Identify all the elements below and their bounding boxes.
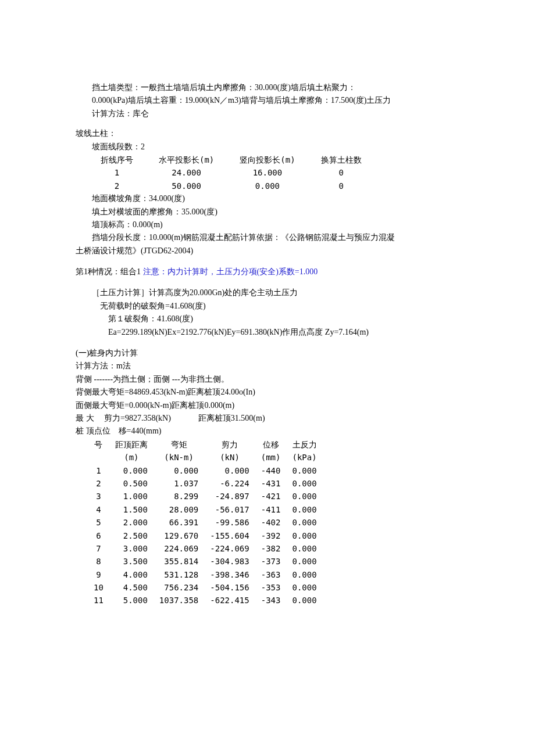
ep-line-2: 无荷载时的破裂角=41.608(度) bbox=[100, 300, 459, 313]
cell: 0.000 bbox=[286, 529, 322, 542]
cell: 0.000 bbox=[286, 490, 322, 503]
cell: 3.500 bbox=[109, 555, 154, 568]
cell: 224.069 bbox=[154, 542, 204, 555]
cell: 4.000 bbox=[109, 568, 154, 581]
cell: 2.500 bbox=[109, 529, 154, 542]
ep-line-4: Ea=2299.189(kN)Ex=2192.776(kN)Ey=691.380… bbox=[108, 326, 459, 339]
cell: 5 bbox=[88, 516, 109, 529]
cell: 4.500 bbox=[109, 581, 154, 594]
cell: 1.037 bbox=[154, 477, 204, 490]
cell: 3 bbox=[88, 490, 109, 503]
cell: 0 bbox=[308, 180, 374, 192]
results-row: 94.000531.128-398.346-3630.000 bbox=[88, 568, 323, 581]
cell: -622.415 bbox=[204, 594, 255, 607]
slope-extra-5: 土桥涵设计规范》(JTGD62-2004) bbox=[76, 245, 459, 257]
cell: -411 bbox=[255, 503, 287, 516]
cell: 11 bbox=[88, 594, 109, 607]
slope-extra-4: 挡墙分段长度：10.000(m)钢筋混凝土配筋计算依据：《公路钢筋混凝土与预应力… bbox=[92, 231, 459, 244]
case-1-prefix: 第1种情况：组合1 bbox=[76, 267, 141, 276]
cell: -392 bbox=[255, 529, 287, 542]
cell: 16.000 bbox=[227, 166, 308, 179]
cell: -224.069 bbox=[204, 542, 255, 555]
results-row: 10.0000.0000.000-4400.000 bbox=[88, 464, 323, 477]
cell: -398.346 bbox=[204, 568, 255, 581]
slope-row: 1 24.000 16.000 0 bbox=[88, 166, 374, 179]
cell: 0 bbox=[308, 166, 374, 179]
rh-4b: (kN) bbox=[204, 451, 255, 464]
rh-5b: (mm) bbox=[255, 451, 287, 464]
cell: -373 bbox=[255, 555, 287, 568]
rh-6b: (kPa) bbox=[286, 451, 322, 464]
cell: 756.234 bbox=[154, 581, 204, 594]
cell: -99.586 bbox=[204, 516, 255, 529]
calc-line-6: 最 大 剪力=9827.358(kN) 距离桩顶31.500(m) bbox=[76, 412, 459, 425]
cell: -504.156 bbox=[204, 581, 255, 594]
case-1-line: 第1种情况：组合1 注意：内力计算时，土压力分项(安全)系数=1.000 bbox=[76, 266, 459, 278]
slope-extra-1: 地面横坡角度：34.000(度) bbox=[92, 192, 459, 205]
slope-heading: 坡线土柱： bbox=[76, 127, 459, 140]
cell: 0.000 bbox=[286, 568, 322, 581]
cell: 0.500 bbox=[109, 477, 154, 490]
cell: -304.983 bbox=[204, 555, 255, 568]
cell: 66.391 bbox=[154, 516, 204, 529]
cell: 10 bbox=[88, 581, 109, 594]
cell: -343 bbox=[255, 594, 287, 607]
cell: 9 bbox=[88, 568, 109, 581]
calc-l6a: 最 大 剪力=9827.358(kN) bbox=[76, 414, 171, 422]
cell: 5.000 bbox=[109, 594, 154, 607]
cell: 0.000 bbox=[286, 555, 322, 568]
cell: -6.224 bbox=[204, 477, 255, 490]
cell: 1 bbox=[88, 166, 146, 179]
cell: 0.000 bbox=[286, 542, 322, 555]
slope-extra-2: 填土对横坡面的摩擦角：35.000(度) bbox=[92, 206, 459, 218]
results-row: 104.500756.234-504.156-3530.000 bbox=[88, 581, 323, 594]
cell: -440 bbox=[255, 464, 287, 477]
cell: 0.000 bbox=[109, 464, 154, 477]
results-row: 83.500355.814-304.983-3730.000 bbox=[88, 555, 323, 568]
results-row: 115.0001037.358-622.415-3430.000 bbox=[88, 594, 323, 607]
cell: 3.000 bbox=[109, 542, 154, 555]
results-table: 号 距顶距离 弯矩 剪力 位移 土反力 (m) (kN-m) (kN) (mm)… bbox=[88, 438, 323, 607]
calc-line-1: (一)桩身内力计算 bbox=[76, 347, 459, 360]
cell: 1 bbox=[88, 464, 109, 477]
cell: 2 bbox=[88, 477, 109, 490]
calc-line-3: 背侧 -------为挡土侧；面侧 ---为非挡土侧。 bbox=[76, 373, 459, 386]
slope-h2: 水平投影长(m) bbox=[146, 153, 227, 166]
cell: -402 bbox=[255, 516, 287, 529]
results-row: 73.000224.069-224.069-3820.000 bbox=[88, 542, 323, 555]
cell: 2 bbox=[88, 180, 146, 192]
calc-line-2: 计算方法：m法 bbox=[76, 360, 459, 372]
cell: 129.670 bbox=[154, 529, 204, 542]
cell: -155.604 bbox=[204, 529, 255, 542]
cell: 1037.358 bbox=[154, 594, 204, 607]
calc-l6b: 距离桩顶31.500(m) bbox=[198, 414, 265, 422]
results-header-row2: (m) (kN-m) (kN) (mm) (kPa) bbox=[88, 451, 323, 464]
cell: 355.814 bbox=[154, 555, 204, 568]
cell: 2.000 bbox=[109, 516, 154, 529]
cell: 7 bbox=[88, 542, 109, 555]
calc-line-7: 桩 顶点位 移=440(mm) bbox=[76, 425, 459, 438]
cell: -353 bbox=[255, 581, 287, 594]
results-row: 41.50028.009-56.017-4110.000 bbox=[88, 503, 323, 516]
slope-h4: 换算土柱数 bbox=[308, 153, 374, 166]
calc-line-5: 面侧最大弯矩=0.000(kN-m)距离桩顶0.000(m) bbox=[76, 399, 459, 412]
cell: 28.009 bbox=[154, 503, 204, 516]
results-row: 62.500129.670-155.604-3920.000 bbox=[88, 529, 323, 542]
cell: 4 bbox=[88, 503, 109, 516]
cell: 50.000 bbox=[146, 180, 227, 192]
cell: 1.500 bbox=[109, 503, 154, 516]
cell: 0.000 bbox=[154, 464, 204, 477]
cell: 6 bbox=[88, 529, 109, 542]
cell: -24.897 bbox=[204, 490, 255, 503]
cell: -363 bbox=[255, 568, 287, 581]
intro-line-2: 0.000(kPa)墙后填土容重：19.000(kN／m3)墙背与墙后填土摩擦角… bbox=[92, 94, 459, 107]
cell: -421 bbox=[255, 490, 287, 503]
slope-extra-3: 墙顶标高：0.000(m) bbox=[92, 218, 459, 231]
cell: 0.000 bbox=[286, 477, 322, 490]
intro-line-3: 计算方法：库仑 bbox=[92, 108, 459, 120]
cell: 531.128 bbox=[154, 568, 204, 581]
intro-line-1: 挡土墙类型：一般挡土墙墙后填土内摩擦角：30.000(度)墙后填土粘聚力： bbox=[92, 81, 459, 94]
ep-line-3: 第１破裂角：41.608(度) bbox=[108, 313, 459, 325]
rh-3a: 弯矩 bbox=[154, 438, 204, 451]
ep-line-1: ［土压力计算］计算高度为20.000Gn)处的库仑主动土压力 bbox=[92, 286, 459, 299]
